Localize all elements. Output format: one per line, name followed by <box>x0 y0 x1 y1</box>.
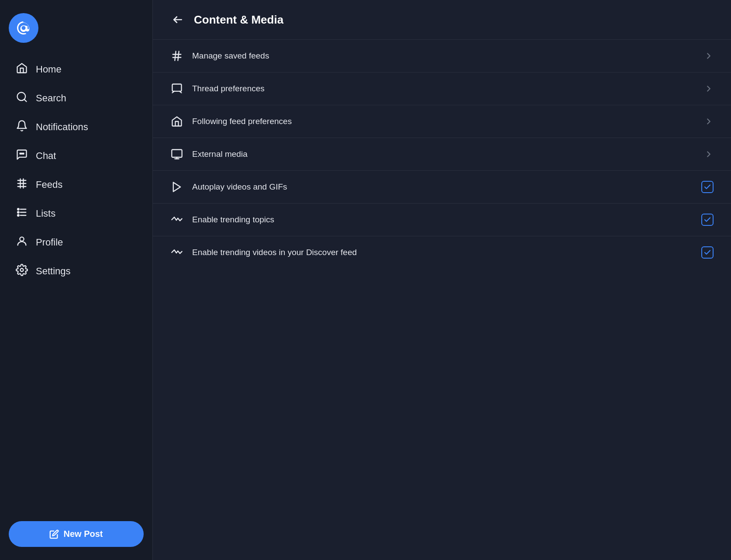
svg-line-1 <box>24 99 26 101</box>
svg-point-10 <box>17 208 19 210</box>
svg-line-21 <box>175 52 176 61</box>
following-feed-icon <box>170 115 183 128</box>
sidebar-item-settings-label: Settings <box>36 266 71 277</box>
sidebar-item-feeds-label: Feeds <box>36 179 62 190</box>
autoplay-videos-label: Autoplay videos and GIFs <box>192 182 693 192</box>
menu-section: Manage saved feeds Thread preferences <box>153 40 731 171</box>
manage-saved-feeds-label: Manage saved feeds <box>192 51 695 61</box>
checkmark-icon-3 <box>703 249 711 256</box>
enable-trending-topics-label: Enable trending topics <box>192 215 693 225</box>
sidebar-item-search[interactable]: Search <box>9 85 144 112</box>
sidebar: Home Search Notifications <box>0 0 153 560</box>
toggle-section: Autoplay videos and GIFs Enable trending… <box>153 171 731 269</box>
sidebar-item-chat-label: Chat <box>36 150 56 162</box>
sidebar-item-home-label: Home <box>36 64 62 75</box>
checkmark-icon-2 <box>703 216 711 224</box>
trending-videos-icon <box>170 246 183 259</box>
bell-icon <box>16 120 28 135</box>
enable-trending-videos-label: Enable trending videos in your Discover … <box>192 248 693 257</box>
svg-rect-26 <box>172 150 182 158</box>
svg-marker-29 <box>173 183 180 192</box>
chevron-right-icon <box>704 51 714 61</box>
svg-point-2 <box>20 153 21 154</box>
svg-point-17 <box>21 269 24 272</box>
hash-icon <box>170 49 183 62</box>
external-media-icon <box>170 148 183 161</box>
chat-icon <box>16 149 28 163</box>
main-content: Content & Media Manage saved feeds <box>153 0 731 560</box>
sidebar-item-lists-label: Lists <box>36 208 55 219</box>
svg-rect-23 <box>172 84 182 91</box>
autoplay-videos-checkbox[interactable] <box>701 181 714 193</box>
external-media-item[interactable]: External media <box>153 138 731 170</box>
enable-trending-topics-item[interactable]: Enable trending topics <box>153 204 731 236</box>
manage-saved-feeds-item[interactable]: Manage saved feeds <box>153 40 731 73</box>
thread-icon <box>170 82 183 95</box>
autoplay-videos-item[interactable]: Autoplay videos and GIFs <box>153 171 731 204</box>
external-media-label: External media <box>192 149 695 159</box>
svg-point-16 <box>20 237 24 241</box>
sidebar-item-chat[interactable]: Chat <box>9 142 144 169</box>
play-icon <box>170 180 183 194</box>
enable-trending-topics-checkbox[interactable] <box>701 214 714 226</box>
enable-trending-videos-item[interactable]: Enable trending videos in your Discover … <box>153 236 731 269</box>
sidebar-item-profile-label: Profile <box>36 237 63 248</box>
chevron-right-icon-2 <box>704 84 714 93</box>
profile-icon <box>16 235 28 250</box>
back-arrow-icon <box>172 14 183 25</box>
sidebar-item-search-label: Search <box>36 93 66 104</box>
gear-icon <box>16 264 28 279</box>
sidebar-item-home[interactable]: Home <box>9 56 144 83</box>
sidebar-item-notifications[interactable]: Notifications <box>9 114 144 141</box>
at-icon <box>16 20 31 36</box>
chevron-right-icon-3 <box>704 117 714 126</box>
nav-list: Home Search Notifications <box>9 56 144 512</box>
trending-topics-icon <box>170 213 183 226</box>
thread-preferences-label: Thread preferences <box>192 84 695 93</box>
logo-avatar[interactable] <box>9 13 38 43</box>
svg-line-22 <box>178 52 179 61</box>
svg-point-12 <box>17 214 19 216</box>
sidebar-item-profile[interactable]: Profile <box>9 229 144 256</box>
following-feed-preferences-item[interactable]: Following feed preferences <box>153 105 731 138</box>
enable-trending-videos-checkbox[interactable] <box>701 246 714 259</box>
chevron-right-icon-4 <box>704 149 714 159</box>
lists-icon <box>16 206 28 221</box>
feeds-icon <box>16 177 28 192</box>
search-icon <box>16 91 28 106</box>
new-post-label: New Post <box>63 529 103 539</box>
edit-icon <box>49 529 59 539</box>
sidebar-item-notifications-label: Notifications <box>36 121 88 133</box>
sidebar-item-settings[interactable]: Settings <box>9 258 144 285</box>
thread-preferences-item[interactable]: Thread preferences <box>153 73 731 105</box>
page-title: Content & Media <box>194 13 283 27</box>
home-icon <box>16 62 28 77</box>
svg-point-3 <box>21 153 22 154</box>
svg-point-4 <box>23 153 24 154</box>
back-button[interactable] <box>170 12 185 27</box>
new-post-button[interactable]: New Post <box>9 521 144 547</box>
sidebar-item-lists[interactable]: Lists <box>9 200 144 227</box>
checkmark-icon <box>703 183 711 191</box>
sidebar-item-feeds[interactable]: Feeds <box>9 171 144 198</box>
svg-point-11 <box>17 211 19 213</box>
content-header: Content & Media <box>153 0 731 40</box>
following-feed-preferences-label: Following feed preferences <box>192 117 695 126</box>
